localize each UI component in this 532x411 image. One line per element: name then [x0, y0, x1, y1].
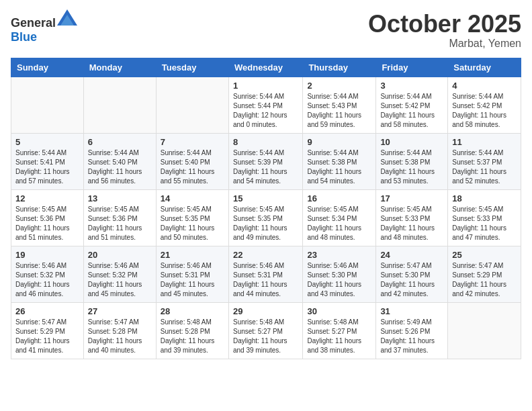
day-info: Sunrise: 5:44 AMSunset: 5:40 PMDaylight:… — [88, 148, 152, 186]
day-info: Sunrise: 5:48 AMSunset: 5:28 PMDaylight:… — [161, 318, 224, 355]
weekday-header: Wednesday — [228, 58, 302, 77]
calendar-cell: 20Sunrise: 5:46 AMSunset: 5:32 PMDayligh… — [83, 246, 156, 302]
day-number: 20 — [88, 250, 152, 260]
calendar-cell: 22Sunrise: 5:46 AMSunset: 5:31 PMDayligh… — [228, 246, 302, 302]
day-number: 27 — [88, 306, 152, 316]
day-info: Sunrise: 5:44 AMSunset: 5:44 PMDaylight:… — [233, 92, 298, 130]
day-info: Sunrise: 5:45 AMSunset: 5:35 PMDaylight:… — [233, 205, 298, 242]
calendar-cell: 31Sunrise: 5:49 AMSunset: 5:26 PMDayligh… — [376, 302, 448, 359]
calendar-cell: 26Sunrise: 5:47 AMSunset: 5:29 PMDayligh… — [11, 302, 84, 359]
day-info: Sunrise: 5:47 AMSunset: 5:30 PMDaylight:… — [380, 261, 443, 299]
calendar-cell: 3Sunrise: 5:44 AMSunset: 5:42 PMDaylight… — [376, 77, 448, 133]
day-number: 22 — [233, 250, 298, 260]
day-info: Sunrise: 5:46 AMSunset: 5:32 PMDaylight:… — [88, 261, 152, 299]
day-number: 17 — [380, 193, 443, 203]
calendar-cell: 1Sunrise: 5:44 AMSunset: 5:44 PMDaylight… — [228, 77, 302, 133]
calendar-cell — [156, 77, 228, 133]
day-number: 11 — [452, 137, 517, 147]
day-number: 6 — [88, 137, 152, 147]
calendar-table: SundayMondayTuesdayWednesdayThursdayFrid… — [11, 58, 521, 359]
day-number: 18 — [452, 193, 517, 203]
day-info: Sunrise: 5:47 AMSunset: 5:29 PMDaylight:… — [15, 318, 79, 355]
day-number: 1 — [233, 81, 298, 91]
calendar-cell: 8Sunrise: 5:44 AMSunset: 5:39 PMDaylight… — [228, 133, 302, 189]
day-info: Sunrise: 5:44 AMSunset: 5:38 PMDaylight:… — [307, 148, 371, 186]
calendar-cell: 7Sunrise: 5:44 AMSunset: 5:40 PMDaylight… — [156, 133, 228, 189]
day-info: Sunrise: 5:46 AMSunset: 5:31 PMDaylight:… — [161, 261, 224, 299]
calendar-cell: 21Sunrise: 5:46 AMSunset: 5:31 PMDayligh… — [156, 246, 228, 302]
calendar-cell: 17Sunrise: 5:45 AMSunset: 5:33 PMDayligh… — [376, 189, 448, 246]
day-number: 26 — [15, 306, 79, 316]
day-number: 21 — [161, 250, 224, 260]
weekday-header: Friday — [376, 58, 448, 77]
day-number: 31 — [380, 306, 443, 316]
page-header: General Blue October 2025 Marbat, Yemen — [11, 11, 521, 50]
logo-icon — [57, 9, 77, 26]
day-number: 3 — [380, 81, 443, 91]
calendar-week-row: 1Sunrise: 5:44 AMSunset: 5:44 PMDaylight… — [11, 77, 521, 133]
day-number: 13 — [88, 193, 152, 203]
day-info: Sunrise: 5:46 AMSunset: 5:32 PMDaylight:… — [15, 261, 79, 299]
calendar-cell: 13Sunrise: 5:45 AMSunset: 5:36 PMDayligh… — [83, 189, 156, 246]
day-number: 4 — [452, 81, 517, 91]
day-info: Sunrise: 5:46 AMSunset: 5:30 PMDaylight:… — [307, 261, 371, 299]
day-number: 24 — [380, 250, 443, 260]
day-info: Sunrise: 5:49 AMSunset: 5:26 PMDaylight:… — [380, 318, 443, 355]
calendar-cell: 12Sunrise: 5:45 AMSunset: 5:36 PMDayligh… — [11, 189, 84, 246]
calendar-cell: 2Sunrise: 5:44 AMSunset: 5:43 PMDaylight… — [303, 77, 376, 133]
day-number: 28 — [161, 306, 224, 316]
calendar-cell — [11, 77, 84, 133]
day-number: 9 — [307, 137, 371, 147]
calendar-week-row: 26Sunrise: 5:47 AMSunset: 5:29 PMDayligh… — [11, 302, 521, 359]
title-area: October 2025 Marbat, Yemen — [368, 11, 521, 50]
day-info: Sunrise: 5:44 AMSunset: 5:42 PMDaylight:… — [452, 92, 517, 130]
calendar-cell: 28Sunrise: 5:48 AMSunset: 5:28 PMDayligh… — [156, 302, 228, 359]
calendar-cell: 27Sunrise: 5:47 AMSunset: 5:28 PMDayligh… — [83, 302, 156, 359]
day-info: Sunrise: 5:46 AMSunset: 5:31 PMDaylight:… — [233, 261, 298, 299]
calendar-cell: 11Sunrise: 5:44 AMSunset: 5:37 PMDayligh… — [448, 133, 521, 189]
day-number: 16 — [307, 193, 371, 203]
calendar-header-row: SundayMondayTuesdayWednesdayThursdayFrid… — [11, 58, 521, 77]
day-info: Sunrise: 5:45 AMSunset: 5:36 PMDaylight:… — [15, 205, 79, 242]
calendar-cell: 25Sunrise: 5:47 AMSunset: 5:29 PMDayligh… — [448, 246, 521, 302]
day-number: 29 — [233, 306, 298, 316]
calendar-cell: 16Sunrise: 5:45 AMSunset: 5:34 PMDayligh… — [303, 189, 376, 246]
weekday-header: Sunday — [11, 58, 84, 77]
logo: General Blue — [11, 11, 77, 44]
day-info: Sunrise: 5:47 AMSunset: 5:29 PMDaylight:… — [452, 261, 517, 299]
day-info: Sunrise: 5:45 AMSunset: 5:33 PMDaylight:… — [452, 205, 517, 242]
weekday-header: Tuesday — [156, 58, 228, 77]
calendar-cell: 6Sunrise: 5:44 AMSunset: 5:40 PMDaylight… — [83, 133, 156, 189]
calendar-cell — [83, 77, 156, 133]
calendar-cell: 30Sunrise: 5:48 AMSunset: 5:27 PMDayligh… — [303, 302, 376, 359]
day-number: 2 — [307, 81, 371, 91]
day-info: Sunrise: 5:45 AMSunset: 5:34 PMDaylight:… — [307, 205, 371, 242]
day-info: Sunrise: 5:48 AMSunset: 5:27 PMDaylight:… — [233, 318, 298, 355]
day-info: Sunrise: 5:44 AMSunset: 5:41 PMDaylight:… — [15, 148, 79, 186]
day-info: Sunrise: 5:44 AMSunset: 5:43 PMDaylight:… — [307, 92, 371, 130]
day-number: 14 — [161, 193, 224, 203]
day-number: 15 — [233, 193, 298, 203]
calendar-cell — [448, 302, 521, 359]
day-number: 5 — [15, 137, 79, 147]
day-info: Sunrise: 5:45 AMSunset: 5:33 PMDaylight:… — [380, 205, 443, 242]
logo-general: General — [11, 16, 56, 30]
day-number: 7 — [161, 137, 224, 147]
weekday-header: Saturday — [448, 58, 521, 77]
calendar-cell: 18Sunrise: 5:45 AMSunset: 5:33 PMDayligh… — [448, 189, 521, 246]
logo-blue: Blue — [11, 30, 37, 44]
day-number: 8 — [233, 137, 298, 147]
day-number: 30 — [307, 306, 371, 316]
day-number: 19 — [15, 250, 79, 260]
weekday-header: Thursday — [303, 58, 376, 77]
day-info: Sunrise: 5:48 AMSunset: 5:27 PMDaylight:… — [307, 318, 371, 355]
calendar-cell: 4Sunrise: 5:44 AMSunset: 5:42 PMDaylight… — [448, 77, 521, 133]
calendar-cell: 5Sunrise: 5:44 AMSunset: 5:41 PMDaylight… — [11, 133, 84, 189]
day-info: Sunrise: 5:45 AMSunset: 5:35 PMDaylight:… — [161, 205, 224, 242]
calendar-cell: 23Sunrise: 5:46 AMSunset: 5:30 PMDayligh… — [303, 246, 376, 302]
day-number: 10 — [380, 137, 443, 147]
day-number: 25 — [452, 250, 517, 260]
month-title: October 2025 — [368, 11, 521, 38]
location-title: Marbat, Yemen — [368, 38, 521, 50]
day-info: Sunrise: 5:45 AMSunset: 5:36 PMDaylight:… — [88, 205, 152, 242]
